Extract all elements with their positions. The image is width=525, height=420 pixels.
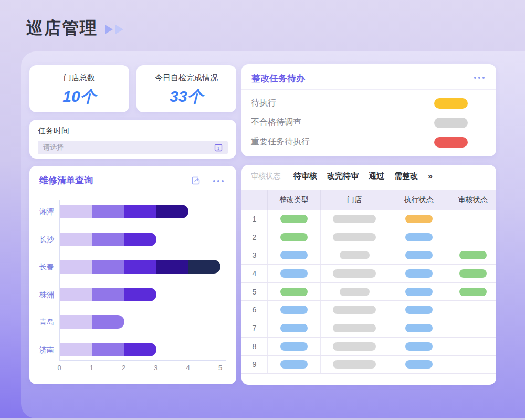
filter-option[interactable]: 需整改 — [394, 171, 418, 181]
bar-segment[interactable] — [60, 343, 92, 356]
table-row[interactable]: 6 — [242, 301, 496, 319]
calendar-icon[interactable]: 1 — [214, 143, 223, 152]
divider — [242, 89, 496, 90]
bar-segment[interactable] — [156, 260, 188, 274]
todo-count-pill — [434, 98, 468, 109]
bar-category-label: 济南 — [29, 343, 54, 356]
bar-row: 青岛 — [29, 315, 236, 329]
todo-item-label: 待执行 — [251, 98, 276, 109]
bar-segment[interactable] — [124, 260, 156, 274]
status-pill — [280, 215, 308, 223]
repair-panel-title: 维修清单查询 — [39, 174, 93, 186]
bar-segment[interactable] — [60, 260, 92, 274]
bar-segment[interactable] — [60, 233, 92, 246]
bar-category-label: 长沙 — [29, 233, 54, 246]
x-axis-tick: 3 — [150, 364, 162, 372]
status-pill — [459, 251, 487, 259]
bar-segment[interactable] — [60, 315, 92, 329]
placeholder-pill — [333, 215, 376, 223]
bar-segment[interactable] — [188, 260, 220, 274]
bar-segment[interactable] — [156, 205, 188, 218]
todo-item[interactable]: 待执行 — [242, 93, 496, 113]
todo-item[interactable]: 不合格待调查 — [242, 113, 496, 132]
table-row[interactable]: 5 — [242, 283, 496, 301]
row-number: 7 — [253, 324, 257, 332]
row-number: 5 — [253, 288, 257, 296]
table-row[interactable]: 8 — [242, 338, 496, 356]
table-row[interactable]: 1 — [242, 210, 496, 228]
bar-segment[interactable] — [92, 205, 124, 218]
ellipsis-menu-icon[interactable] — [213, 180, 224, 182]
placeholder-pill — [333, 233, 376, 242]
row-number: 1 — [253, 215, 257, 223]
todo-item-label: 重要任务待执行 — [251, 136, 310, 148]
ellipsis-menu-icon[interactable] — [474, 77, 485, 79]
date-picker-input[interactable]: 请选择 1 — [38, 141, 228, 154]
bar-segment[interactable] — [124, 343, 156, 356]
table-row[interactable]: 9 — [242, 356, 496, 374]
placeholder-pill — [333, 360, 376, 369]
todo-count-pill — [434, 118, 468, 128]
bar-segment[interactable] — [92, 260, 124, 274]
stat-value: 10个 — [29, 86, 129, 108]
repair-bar-chart: 湘潭长沙长春株洲青岛济南012345 — [29, 203, 236, 376]
bar-segment[interactable] — [60, 205, 92, 218]
todo-item[interactable]: 重要任务待执行 — [242, 132, 496, 152]
filter-more-chevron-icon[interactable]: » — [428, 172, 433, 181]
filter-option[interactable]: 待审核 — [293, 171, 317, 181]
row-number: 8 — [253, 342, 257, 351]
page-title: 巡店管理 — [26, 17, 98, 40]
bar-category-label: 株洲 — [29, 288, 54, 301]
table-row[interactable]: 7 — [242, 319, 496, 338]
title-arrows-icon — [105, 25, 123, 34]
bar-segment[interactable] — [124, 205, 156, 218]
status-pill — [405, 306, 433, 314]
bar-segment[interactable] — [124, 288, 156, 301]
rectification-todo-card: 整改任务待办 待执行不合格待调查重要任务待执行 — [242, 64, 496, 156]
filter-option[interactable]: 通过 — [369, 171, 384, 181]
bar-segment[interactable] — [92, 315, 124, 329]
stat-value: 33个 — [136, 86, 236, 108]
x-axis-tick: 5 — [214, 364, 227, 372]
x-axis-tick: 1 — [85, 364, 98, 372]
todo-item-label: 不合格待调查 — [251, 117, 301, 128]
filter-option[interactable]: 改完待审 — [327, 171, 359, 181]
review-table-card: 审核状态 待审核改完待审通过需整改» 整改类型门店执行状态审核状态 123456… — [242, 165, 496, 385]
status-pill — [280, 288, 308, 296]
status-pill — [459, 288, 487, 296]
table-row[interactable]: 2 — [242, 228, 496, 247]
svg-text:1: 1 — [217, 146, 219, 150]
placeholder-pill — [333, 342, 376, 351]
stat-card-total-stores: 门店总数 10个 — [29, 65, 129, 112]
status-pill — [280, 269, 308, 278]
table-column-header: 整改类型 — [267, 190, 320, 210]
todo-panel-title: 整改任务待办 — [251, 72, 305, 85]
bar-segment[interactable] — [92, 343, 124, 356]
row-number: 6 — [253, 306, 257, 314]
placeholder-pill — [340, 288, 370, 296]
table-row[interactable]: 3 — [242, 246, 496, 265]
row-number: 9 — [253, 360, 257, 369]
table-column-header: 执行状态 — [388, 190, 449, 210]
table-row[interactable]: 4 — [242, 265, 496, 283]
bar-row: 湘潭 — [29, 205, 236, 218]
bar-category-label: 长春 — [29, 260, 54, 274]
table-header-row: 整改类型门店执行状态审核状态 — [242, 190, 496, 210]
review-status-filter: 审核状态 待审核改完待审通过需整改» — [251, 171, 433, 181]
y-axis-line — [59, 200, 60, 360]
bar-segment[interactable] — [92, 288, 124, 301]
share-icon[interactable] — [191, 175, 202, 186]
row-number: 4 — [253, 269, 257, 278]
status-pill — [280, 251, 308, 259]
bar-category-label: 青岛 — [29, 315, 54, 329]
filter-label: 审核状态 — [251, 172, 280, 181]
status-pill — [405, 269, 433, 278]
status-pill — [280, 324, 308, 332]
table-column-header — [242, 190, 267, 210]
status-pill — [405, 215, 433, 223]
placeholder-pill — [333, 306, 376, 314]
bar-segment[interactable] — [124, 233, 156, 246]
bar-segment[interactable] — [92, 233, 124, 246]
bar-segment[interactable] — [60, 288, 92, 301]
status-pill — [405, 251, 433, 259]
